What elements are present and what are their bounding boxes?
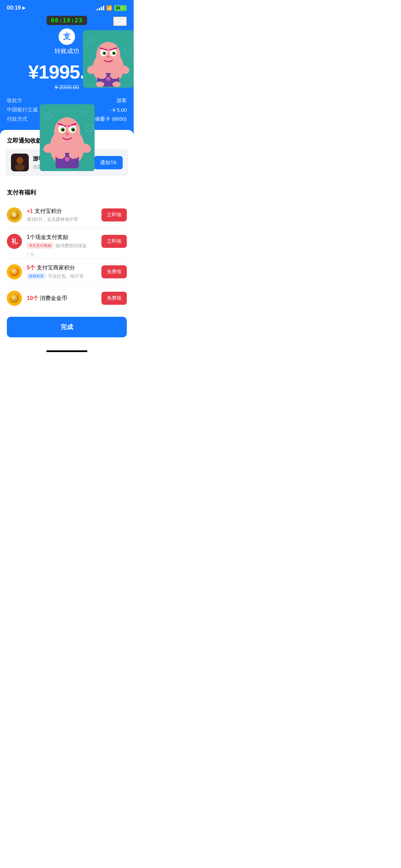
benefits-title: 支付有福利 — [7, 189, 127, 196]
notify-info: 游客 信息通... — [33, 155, 90, 170]
status-time: 00:19 ▶ — [7, 5, 25, 11]
notify-name: 游客 — [33, 155, 90, 162]
coins-highlight: 10个 — [27, 295, 38, 301]
svg-point-24 — [112, 82, 121, 87]
points-highlight: +1 — [27, 208, 33, 214]
home-bar — [46, 350, 87, 352]
status-bar: 00:19 ▶ 📶 23 ⚡ — [0, 0, 134, 13]
points-content: +1 支付宝积分 领1积分，去兑森林保护罩 — [27, 208, 97, 222]
battery-icon: 23 ⚡ — [114, 5, 127, 11]
time-display: 00:19 — [7, 5, 21, 11]
coins-content: 10个 消费金金币 — [27, 295, 97, 302]
benefit-item-cash: 礼 1个现金支付奖励 本次支付奖励 抽消费抵扣现金 ··· 立即领 广告 — [7, 228, 127, 259]
claim-cash-button[interactable]: 立即领 — [101, 235, 127, 248]
svg-text:V: V — [13, 213, 16, 218]
alipay-icon: 支 — [59, 28, 75, 45]
notify-section: 立即通知收款人 游客 信息通... — [0, 130, 134, 182]
svg-point-22 — [110, 72, 120, 79]
merchant-tag: 收钱有奖 — [27, 273, 46, 279]
payment-value: 中国银行储蓄卡 (6650) — [74, 116, 127, 122]
header-section: 00:19:23 完成 支 转账成功 — [0, 13, 134, 135]
svg-point-60 — [12, 296, 17, 302]
notify-title: 立即通知收款人 — [0, 130, 134, 149]
signal-icon — [97, 6, 104, 10]
status-right: 📶 23 ⚡ — [97, 5, 127, 11]
done-button-top[interactable]: 完成 — [113, 16, 127, 26]
coins-title: 10个 消费金金币 — [27, 295, 97, 302]
discount-row: 中国银行立减 - ¥ 5.00 — [7, 107, 127, 113]
discount-value: - ¥ 5.00 — [109, 107, 127, 113]
svg-point-11 — [113, 52, 115, 55]
merchant-content: 5个 支付宝商家积分 收钱有奖 可兑红包、纸巾等 — [27, 264, 97, 279]
cash-icon: 礼 — [7, 234, 22, 249]
svg-point-58 — [13, 270, 16, 274]
notify-sub: 信息通... — [33, 164, 90, 170]
svg-point-23 — [96, 82, 104, 87]
info-section: 收款方 游客 中国银行立减 - ¥ 5.00 付款方式 中国银行储蓄卡 (665… — [7, 91, 127, 122]
benefit-item-points: V +1 支付宝积分 领1积分，去兑森林保护罩 立即领 — [7, 202, 127, 228]
svg-point-14 — [107, 56, 110, 58]
home-indicator — [0, 348, 134, 356]
wifi-icon: 📶 — [106, 5, 112, 11]
ad-label: 广告 — [27, 252, 34, 257]
svg-point-16 — [106, 77, 110, 81]
merchant-title: 5个 支付宝商家积分 — [27, 264, 97, 272]
avatar-image — [11, 154, 29, 171]
notify-card: 游客 信息通... — [5, 149, 128, 176]
benefit-item-coins: 10个 消费金金币 免费领 — [7, 285, 127, 311]
merchant-sub: 收钱有奖 可兑红包、纸巾等 — [27, 273, 97, 279]
timer-display: 00:19:23 — [47, 16, 87, 25]
claim-merchant-button[interactable]: 免费领 — [101, 265, 127, 278]
payment-row: 付款方式 中国银行储蓄卡 (6650) — [7, 116, 127, 122]
notify-avatar — [11, 154, 29, 171]
payee-row: 收款方 游客 — [7, 97, 127, 104]
notify-ta-button[interactable]: 通知TA — [94, 156, 123, 169]
points-icon: V — [7, 207, 22, 222]
claim-points-button[interactable]: 立即领 — [101, 208, 127, 221]
benefits-section: 支付有福利 V +1 支付宝积分 领1积分，去兑森林保护罩 — [0, 182, 134, 311]
location-icon: ▶ — [22, 5, 25, 10]
payee-label: 收款方 — [7, 97, 22, 104]
svg-point-10 — [104, 52, 106, 55]
points-sub: 领1积分，去兑森林保护罩 — [27, 216, 97, 222]
merchant-icon — [7, 264, 22, 279]
svg-point-21 — [97, 72, 107, 79]
coin-icon — [7, 291, 22, 306]
claim-coins-button[interactable]: 免费领 — [101, 292, 127, 305]
bottom-button-wrap: 完成 — [0, 311, 134, 348]
svg-point-27 — [16, 157, 23, 164]
points-title: +1 支付宝积分 — [27, 208, 97, 215]
cash-tag: 本次支付奖励 — [27, 242, 53, 249]
payee-value: 游客 — [117, 97, 127, 104]
payment-label: 付款方式 — [7, 116, 27, 122]
merchant-highlight: 5个 — [27, 265, 35, 270]
discount-label: 中国银行立减 — [7, 107, 38, 113]
benefit-item-merchant: 5个 支付宝商家积分 收钱有奖 可兑红包、纸巾等 免费领 — [7, 259, 127, 285]
done-button-bottom[interactable]: 完成 — [7, 317, 127, 337]
patrick-image-top — [83, 30, 134, 88]
svg-point-28 — [15, 164, 25, 171]
